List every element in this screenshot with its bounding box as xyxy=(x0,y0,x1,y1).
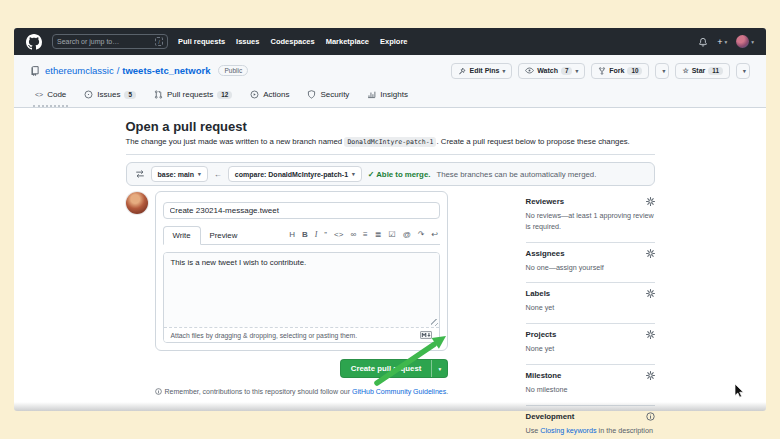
repo-icon xyxy=(30,66,40,76)
issue-icon xyxy=(84,90,93,99)
tab-issues[interactable]: Issues 5 xyxy=(79,84,141,107)
star-dropdown-button[interactable]: ▾ xyxy=(736,63,750,79)
repo-tabs: <> Code Issues 5 Pull requests 12 Action… xyxy=(14,84,766,108)
gear-icon[interactable] xyxy=(646,330,655,339)
eye-icon xyxy=(525,67,534,74)
create-pr-dropdown-button[interactable]: ▾ xyxy=(431,360,447,377)
watch-button[interactable]: Watch 7 ▾ xyxy=(518,63,585,79)
compare-arrows-icon xyxy=(135,169,145,179)
cross-reference-icon[interactable]: ↷ xyxy=(418,231,425,239)
tab-code[interactable]: <> Code xyxy=(30,84,71,107)
sidebar-section-assignees: Assignees No one—assign yourself xyxy=(526,243,655,284)
create-pull-request-button[interactable]: Create pull request xyxy=(341,360,432,377)
pr-sidebar: Reviewers No reviews—at least 1 approvin… xyxy=(526,191,655,439)
search-input[interactable]: Search or jump to… / xyxy=(52,34,168,49)
pr-body-editor: This is a new tweet I wish to contribute… xyxy=(163,252,441,343)
ordered-list-icon[interactable]: ≣ xyxy=(375,231,382,239)
plus-icon: + xyxy=(717,37,722,47)
tab-insights[interactable]: Insights xyxy=(362,84,413,107)
italic-icon[interactable]: I xyxy=(315,231,318,239)
caret-down-icon: ▾ xyxy=(438,366,441,372)
nav-codespaces[interactable]: Codespaces xyxy=(270,37,314,46)
edit-pins-button[interactable]: Edit Pins ▾ xyxy=(451,63,512,79)
compare-branch-selector[interactable]: compare: DonaldMcIntyre-patch-1 ▾ xyxy=(228,166,362,182)
tab-write[interactable]: Write xyxy=(163,226,201,245)
gear-icon[interactable] xyxy=(646,289,655,298)
markdown-toolbar: H B I ” <> ∞ ≡ ≣ ☑ @ ↷ ↩ xyxy=(287,231,440,244)
arrow-left-icon: ← xyxy=(214,170,222,179)
create-pull-request-button-group: Create pull request ▾ xyxy=(340,359,448,378)
assign-yourself-link[interactable]: assign yourself xyxy=(556,263,604,272)
repo-name-link[interactable]: tweets-etc_network xyxy=(122,65,210,76)
gear-icon[interactable] xyxy=(646,371,655,380)
notifications-bell-icon[interactable] xyxy=(698,37,708,47)
browser-page: Search or jump to… / Pull requests Issue… xyxy=(14,28,766,411)
caret-down-icon: ▾ xyxy=(751,39,754,45)
sidebar-section-reviewers: Reviewers No reviews—at least 1 approvin… xyxy=(526,191,655,243)
heading-icon[interactable]: H xyxy=(289,231,295,239)
tab-actions[interactable]: Actions xyxy=(245,84,294,107)
divider xyxy=(126,154,655,155)
nav-explore[interactable]: Explore xyxy=(380,37,408,46)
check-icon: ✓ xyxy=(368,170,375,179)
closing-keywords-link[interactable]: Closing keywords xyxy=(540,426,596,435)
info-icon[interactable] xyxy=(646,412,655,421)
pull-requests-count: 12 xyxy=(217,91,232,99)
search-shortcut-hint: / xyxy=(155,37,163,46)
caret-down-icon: ▾ xyxy=(743,68,746,74)
quote-icon[interactable]: ” xyxy=(324,231,327,239)
compare-page-content: Open a pull request The change you just … xyxy=(126,108,655,439)
user-avatar xyxy=(736,35,749,48)
caret-down-icon: ▾ xyxy=(575,68,578,74)
tab-pull-requests[interactable]: Pull requests 12 xyxy=(149,84,237,107)
nav-issues[interactable]: Issues xyxy=(236,37,259,46)
actions-icon xyxy=(250,90,259,99)
base-branch-selector[interactable]: base: main ▾ xyxy=(151,166,208,182)
bold-icon[interactable]: B xyxy=(302,231,308,239)
tab-preview[interactable]: Preview xyxy=(201,227,247,244)
star-icon: ☆ xyxy=(682,67,688,75)
author-avatar xyxy=(126,192,148,214)
markdown-icon xyxy=(420,331,432,339)
merge-status: ✓ Able to merge. xyxy=(368,170,431,179)
pr-title-input[interactable] xyxy=(163,202,441,219)
gear-icon[interactable] xyxy=(646,197,655,206)
saved-replies-icon[interactable]: ↩ xyxy=(431,231,438,239)
pr-form-column: Write Preview H B I ” <> ∞ ≡ ≣ xyxy=(126,191,515,395)
pin-icon xyxy=(458,67,466,75)
pr-form-card: Write Preview H B I ” <> ∞ ≡ ≣ xyxy=(155,191,449,351)
pull-request-icon xyxy=(154,90,163,99)
unordered-list-icon[interactable]: ≡ xyxy=(363,231,368,239)
gear-icon[interactable] xyxy=(646,249,655,258)
github-logo-icon[interactable] xyxy=(26,34,42,50)
fork-dropdown-button[interactable]: ▾ xyxy=(655,63,669,79)
repo-header: ethereumclassic / tweets-etc_network Pub… xyxy=(14,55,766,108)
tab-security[interactable]: Security xyxy=(302,84,354,107)
nav-marketplace[interactable]: Marketplace xyxy=(326,37,369,46)
community-guidelines-link[interactable]: GitHub Community Guidelines xyxy=(352,388,446,395)
nav-pull-requests[interactable]: Pull requests xyxy=(178,37,225,46)
repo-owner-link[interactable]: ethereumclassic xyxy=(45,65,114,76)
guidelines-note: Remember, contributions to this reposito… xyxy=(155,388,449,395)
merge-note: These branches can be automatically merg… xyxy=(436,170,596,179)
search-placeholder: Search or jump to… xyxy=(57,38,119,45)
graph-icon xyxy=(367,90,376,99)
code-icon[interactable]: <> xyxy=(334,231,343,239)
fork-button[interactable]: Fork 10 xyxy=(591,63,649,79)
create-new-button[interactable]: +▾ xyxy=(717,37,727,47)
attach-files-area[interactable]: Attach files by dragging & dropping, sel… xyxy=(164,327,440,342)
task-list-icon[interactable]: ☑ xyxy=(388,231,395,239)
star-button[interactable]: ☆ Star 11 xyxy=(675,63,730,79)
sidebar-section-development: Development Use Closing keywords in the … xyxy=(526,406,655,439)
breadcrumb-separator: / xyxy=(117,65,120,76)
editor-tab-strip: Write Preview H B I ” <> ∞ ≡ ≣ xyxy=(163,226,441,245)
link-icon[interactable]: ∞ xyxy=(350,231,356,239)
visibility-badge: Public xyxy=(218,65,248,76)
mention-icon[interactable]: @ xyxy=(403,231,411,239)
issues-count: 5 xyxy=(124,91,136,99)
user-menu[interactable]: ▾ xyxy=(736,35,754,48)
repo-actions: Edit Pins ▾ Watch 7 ▾ Fork 10 ▾ xyxy=(451,63,750,79)
breadcrumb: ethereumclassic / tweets-etc_network xyxy=(45,65,210,76)
branch-range-bar: base: main ▾ ← compare: DonaldMcIntyre-p… xyxy=(126,162,655,186)
pr-body-textarea[interactable]: This is a new tweet I wish to contribute… xyxy=(164,253,440,327)
